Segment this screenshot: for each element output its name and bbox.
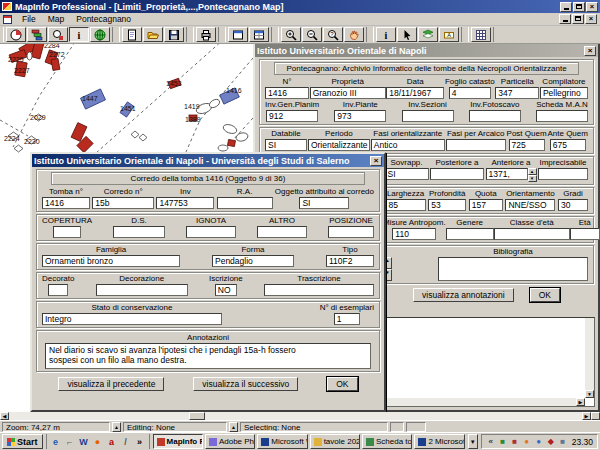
posteriore-a-input[interactable] (430, 168, 484, 180)
tray-display-icon[interactable]: ■ (558, 437, 568, 447)
sovrapp-input[interactable]: SI (385, 168, 429, 180)
spin-up-icon[interactable]: ▲ (528, 168, 537, 175)
gradi-input[interactable]: 30 (558, 199, 588, 211)
save-button[interactable] (164, 27, 184, 42)
tray-green-icon[interactable]: ■ (498, 437, 508, 447)
scrollbar-thumb[interactable] (189, 412, 205, 420)
data-input[interactable]: 18/11/1967 (386, 87, 444, 99)
compass-button[interactable] (6, 27, 26, 42)
taskbar-task-microsoft-w[interactable]: Microsoft W... (257, 434, 307, 449)
profondit-input[interactable]: 53 (428, 199, 466, 211)
map-horizontal-scrollbar[interactable]: ◀ ▶ (0, 412, 600, 420)
print-button[interactable] (196, 27, 216, 42)
orientamento-input[interactable]: NNE/SSO (505, 199, 555, 211)
scroll-right-icon[interactable]: ▶ (576, 398, 585, 406)
status-selecting[interactable]: Selecting: None (240, 422, 388, 432)
iscrizione-input[interactable]: NO (215, 284, 237, 296)
open-folder-button[interactable] (143, 27, 163, 42)
ante-quem-input[interactable]: 675 (550, 139, 586, 151)
larghezza-input[interactable]: 85 (386, 199, 426, 211)
tomb-shape[interactable] (27, 52, 32, 60)
status-zoom[interactable]: Zoom: 74,27 m (2, 422, 110, 432)
close-icon[interactable]: × (370, 156, 382, 166)
famiglia-input[interactable]: Ornamenti bronzo (42, 255, 180, 267)
forma-input[interactable]: Pendaglio (212, 255, 294, 267)
menu-pontecagnano[interactable]: Pontecagnano (74, 14, 133, 24)
bibliografia-input[interactable] (438, 257, 588, 281)
taskbar-task-scheda-tom[interactable]: Scheda tom... (362, 434, 412, 449)
anteriore-a-input[interactable]: 1371, (486, 168, 528, 180)
taskbar-task-mapinfo-pr[interactable]: MapInfo Pr... (153, 434, 203, 449)
imprecisabile-input[interactable] (538, 168, 588, 180)
child-restore-button[interactable] (572, 14, 584, 24)
inv-fotoscavo-input[interactable] (469, 110, 521, 122)
label-tool-button[interactable]: A (439, 27, 459, 42)
editing-spin-icon[interactable]: ▲ (229, 422, 238, 432)
spin-down-icon[interactable]: ▼ (528, 175, 537, 182)
altro-input[interactable] (257, 226, 307, 238)
zoom-layer-button[interactable] (48, 27, 68, 42)
n-di-esemplari-input[interactable]: 1 (334, 313, 360, 325)
tomb-shape[interactable] (235, 132, 249, 143)
child-minimize-button[interactable] (559, 14, 571, 24)
zoom-in-button[interactable] (281, 27, 301, 42)
more-chevron-icon[interactable]: » (134, 436, 146, 448)
particella-input[interactable]: 347 (495, 87, 539, 99)
zoom-out-button[interactable] (302, 27, 322, 42)
tomba-n-input[interactable]: 1416 (42, 197, 90, 209)
tomb-shape[interactable] (51, 58, 60, 70)
zoom-spin-icon[interactable]: ▲ (112, 422, 121, 432)
select-arrow-button[interactable] (397, 27, 417, 42)
copertura-input[interactable] (53, 226, 81, 238)
ie-icon[interactable]: e (50, 436, 62, 448)
tomb-shape[interactable] (218, 145, 228, 151)
oggetto-attribuito-al-corredo-input[interactable]: SI (299, 197, 349, 209)
inv-gen-planim-input[interactable]: 912 (266, 110, 318, 122)
inv-piante-input[interactable]: 973 (334, 110, 386, 122)
acrobat-icon[interactable]: a (106, 436, 118, 448)
child-close-button[interactable]: × (585, 14, 597, 24)
visualizza-annotazioni-button[interactable]: visualizza annotazioni (413, 288, 514, 302)
firefox-icon[interactable]: ● (92, 436, 104, 448)
decorazione-input[interactable] (96, 284, 188, 296)
menu-file[interactable]: File (20, 14, 38, 24)
layer-control-button[interactable] (418, 27, 438, 42)
ok-button[interactable]: OK (327, 377, 357, 391)
start-button[interactable]: Start (2, 434, 43, 449)
tomb-shape[interactable] (222, 123, 238, 135)
tomb-shape[interactable] (14, 145, 23, 152)
ignota-input[interactable] (186, 226, 236, 238)
trascrizione-input[interactable] (264, 284, 374, 296)
post-quem-input[interactable]: 725 (509, 139, 545, 151)
corredo-n-input[interactable]: 15b (92, 197, 154, 209)
genere-input[interactable] (446, 228, 494, 240)
shortcut-icon[interactable]: ⌐ (64, 436, 76, 448)
map-document-icon[interactable] (3, 15, 12, 24)
status-editing[interactable]: Editing: None (123, 422, 227, 432)
tomb-shape[interactable] (228, 139, 236, 146)
tray-orange-icon[interactable]: ● (522, 437, 532, 447)
layers-button[interactable] (27, 27, 47, 42)
compilatore-input[interactable]: Pellegrino (540, 87, 588, 99)
task-dropdown-icon[interactable]: ▼ (468, 434, 478, 449)
misure-antropom-input[interactable]: 110 (392, 228, 436, 240)
scheda-m-a-n-input[interactable] (536, 110, 588, 122)
inv-sezioni-input[interactable] (402, 110, 454, 122)
restore-button[interactable] (573, 2, 585, 12)
tipo-input[interactable]: 110F2 (326, 255, 374, 267)
window-regions-button[interactable] (249, 27, 269, 42)
minimize-button[interactable] (560, 2, 572, 12)
new-page-button[interactable] (122, 27, 142, 42)
pen-icon[interactable]: / (120, 436, 132, 448)
propriet-input[interactable]: Granozio III (310, 87, 386, 99)
close-button[interactable]: × (586, 2, 598, 12)
taskbar-task-adobe-phot[interactable]: Adobe Phot... (205, 434, 255, 449)
scroll-down-icon[interactable]: ▼ (585, 390, 594, 398)
inv-input[interactable]: 147753 (156, 197, 214, 209)
foglio-catasto-input[interactable]: 4 (449, 87, 491, 99)
fasi-orientalizzante-input[interactable]: Antico (371, 139, 445, 151)
spinner-control[interactable]: ▲▼ (528, 168, 537, 182)
ok-button[interactable]: OK (530, 288, 560, 302)
menu-map[interactable]: Map (46, 14, 67, 24)
panel-vertical-scrollbar[interactable]: ▼ (585, 318, 594, 398)
